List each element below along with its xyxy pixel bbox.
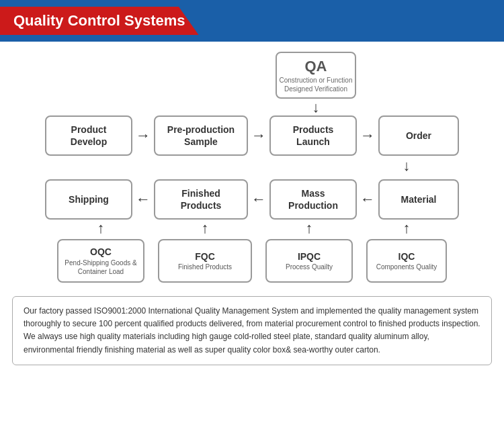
box-fqc: FQC Finished Products [158, 239, 252, 283]
arrows-row3-to-row2: ↑ ↑ ↑ ↑ [13, 221, 491, 236]
qa-box: QA Construction or FunctionDesigned Veri… [276, 52, 356, 99]
arrow-down-order: ↓ [403, 157, 411, 174]
iqc-label: IQC [398, 250, 415, 263]
qa-label: QA [280, 57, 353, 77]
box-product-develop: ProductDevelop [45, 115, 132, 156]
info-text: Our factory passed ISO9001:2000 Internat… [24, 306, 480, 355]
qa-row: QA Construction or FunctionDesigned Veri… [141, 52, 491, 115]
arrow-up-fqc: ↑ [202, 221, 209, 236]
box-oqc: OQC Pend-Shipping Goods &Container Load [57, 239, 144, 283]
arrow-up-ipqc: ↑ [306, 221, 313, 236]
box-iqc: IQC Components Quality [366, 239, 447, 283]
oqc-sub: Pend-Shipping Goods &Container Load [65, 258, 136, 276]
fqc-label: FQC [195, 250, 215, 263]
box-order: Order [378, 115, 459, 156]
arrow-left-1: ← [132, 191, 154, 208]
flow-row1: ProductDevelop → Pre-productionSample → … [13, 115, 491, 156]
box-ipqc: IPQC Process Quailty [265, 239, 353, 283]
info-box: Our factory passed ISO9001:2000 Internat… [12, 296, 492, 365]
page-header: Quality Control Systems [0, 0, 504, 42]
arrow-up-iqc: ↑ [403, 221, 411, 236]
arrow-left-3: ← [357, 191, 378, 208]
page-title: Quality Control Systems [13, 12, 185, 29]
qa-sub: Construction or FunctionDesigned Verific… [280, 76, 353, 93]
arrow-down-qa: ↓ [312, 99, 320, 115]
arrow-left-2: ← [248, 191, 269, 208]
oqc-label: OQC [90, 246, 112, 258]
box-pre-production: Pre-productionSample [154, 115, 248, 156]
fqc-sub: Finished Products [178, 263, 232, 271]
ipqc-label: IPQC [298, 250, 321, 263]
arrow-right-1: → [132, 127, 154, 144]
box-products-launch: ProductsLaunch [269, 115, 357, 156]
box-mass-production: MassProduction [269, 179, 357, 220]
arrow-up-oqc: ↑ [97, 221, 105, 236]
diagram-area: QA Construction or FunctionDesigned Veri… [0, 42, 504, 289]
box-shipping: Shipping [45, 179, 132, 220]
arrows-row1-to-row2: ↓ [13, 157, 491, 174]
ipqc-sub: Process Quailty [286, 263, 333, 271]
arrow-right-3: → [357, 127, 378, 144]
arrow-right-2: → [248, 127, 269, 144]
header-red-band: Quality Control Systems [0, 7, 199, 35]
box-material: Material [378, 179, 459, 220]
qa-col: QA Construction or FunctionDesigned Veri… [276, 52, 356, 115]
box-finished-products: FinishedProducts [154, 179, 248, 220]
iqc-sub: Components Quality [376, 263, 437, 271]
flow-row3: OQC Pend-Shipping Goods &Container Load … [13, 239, 491, 283]
flow-row2: Shipping ← FinishedProducts ← MassProduc… [13, 179, 491, 220]
